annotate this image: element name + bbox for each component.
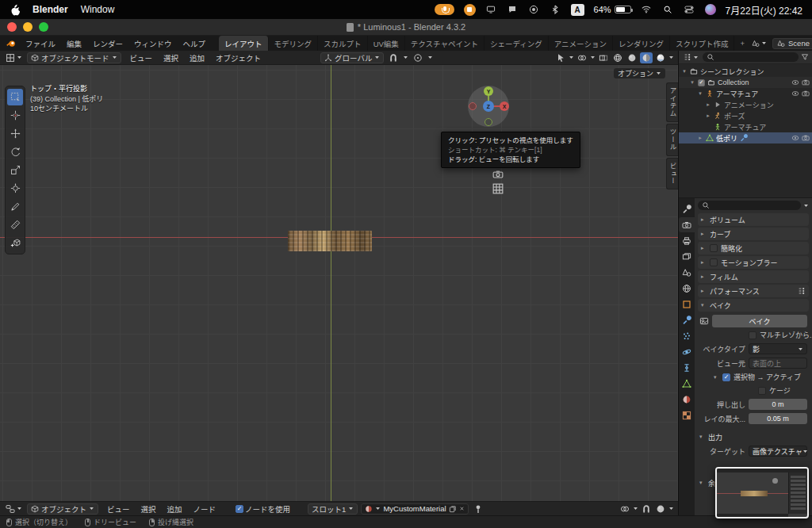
properties-tab-material[interactable] [679,392,695,407]
scene-browse-button[interactable] [750,39,768,48]
panel-header[interactable]: ▸フィルム [698,270,809,283]
workspace-tab[interactable]: モデリング [269,36,319,51]
topbar-menu-item[interactable]: レンダー [87,36,128,51]
add-workspace-button[interactable]: + [734,39,750,48]
3d-viewport[interactable]: トップ・平行投影 (39) Collection | 低ポリ 10センチメートル… [0,65,678,501]
expander-icon[interactable]: ▸ [705,113,711,119]
measure-tool-button[interactable] [7,216,23,233]
shader-menu-item[interactable]: ビュー [102,502,136,516]
gizmo-y-axis[interactable]: Y [484,86,493,96]
xray-toggle-button[interactable] [597,52,610,63]
editor-type-button[interactable] [4,52,24,63]
expander-icon[interactable]: ▾ [681,68,688,75]
workspace-tab[interactable]: スカルプト [318,36,368,51]
screen-mirroring-icon[interactable] [485,4,497,16]
pin-button[interactable] [472,503,485,515]
expander-icon[interactable]: ▸ [705,101,711,108]
window-minimize-button[interactable] [23,22,33,32]
shader-snap-button[interactable] [640,503,653,515]
outliner-search-input[interactable] [703,52,799,62]
shader-preview-button[interactable] [654,503,667,515]
search-icon[interactable] [662,4,674,16]
viewport-menu-item[interactable]: ビュー [124,51,159,65]
add-cube-tool-button[interactable] [7,235,23,251]
topbar-menu-item[interactable]: ヘルプ [178,36,212,51]
material-slot-dropdown[interactable]: スロット1 [308,503,358,515]
properties-tab-constraints[interactable] [679,360,695,375]
properties-tab-render[interactable] [679,217,695,232]
wifi-icon[interactable] [641,4,653,16]
sidebar-tab[interactable]: ツール [666,124,678,156]
workspace-tab[interactable]: テクスチャペイント [405,36,485,51]
outliner-row[interactable]: ▾アーマチュア [679,88,812,99]
shading-solid-button[interactable] [626,52,638,63]
window-close-button[interactable] [7,22,17,32]
panel-header[interactable]: ▸ボリューム [698,213,809,226]
microphone-indicator-icon[interactable] [435,4,454,15]
annotate-tool-button[interactable] [7,198,23,215]
filter-icon[interactable] [801,53,809,61]
proportional-edit-button[interactable] [412,52,424,63]
workspace-tab[interactable]: アニメーション [549,36,613,51]
workspace-tab[interactable]: スクリプト作成 [670,36,735,51]
properties-tab-particles[interactable] [679,328,695,343]
scene-object[interactable] [288,231,372,251]
extrusion-field[interactable]: 0 m [749,399,807,410]
rotate-tool-button[interactable] [7,143,23,160]
bake-type-dropdown[interactable]: 影 [749,343,807,354]
properties-tab-output[interactable] [679,233,695,248]
gizmo-neg-y-axis[interactable] [485,118,492,126]
chevron-down-icon[interactable] [803,203,809,209]
menubar-clock[interactable]: 7月22日(火) 22:42 [726,3,802,17]
expander-icon[interactable]: ▾ [689,79,695,86]
properties-search-input[interactable] [698,201,801,210]
editor-type-button[interactable] [682,52,700,62]
checkbox-unchecked-icon[interactable] [710,244,718,252]
blender-logo-icon[interactable] [6,39,16,48]
material-name-field[interactable]: MyCustomMaterial [361,503,468,515]
properties-tab-world[interactable] [679,281,695,296]
siri-icon[interactable] [705,4,716,15]
chevron-down-icon[interactable] [590,55,596,60]
topbar-menu-item[interactable]: ファイル [20,36,61,51]
chevron-down-icon[interactable] [668,506,674,511]
properties-tab-tool[interactable] [679,201,695,216]
outliner-row[interactable]: アーマチュア [679,121,812,132]
cage-checkbox[interactable]: ケージ [699,385,807,396]
output-subpanel-header[interactable]: ▾出力 [699,431,807,442]
workspace-tab[interactable]: レンダリング [613,36,670,51]
shader-type-dropdown[interactable]: オブジェクト [27,503,98,515]
use-nodes-checkbox[interactable]: ✓ノードを使用 [234,503,292,515]
properties-tab-object-data[interactable] [679,376,695,391]
expander-icon[interactable]: ▾ [697,90,703,97]
bluetooth-icon[interactable] [550,4,561,16]
show-overlays-button[interactable] [576,52,588,63]
input-source-switcher[interactable]: A [571,4,584,16]
shading-material-button[interactable] [640,52,653,63]
snap-toggle-button[interactable] [387,52,400,63]
record-icon[interactable] [528,4,540,16]
ortho-toggle-button[interactable] [492,182,504,195]
shader-menu-item[interactable]: 追加 [162,502,188,516]
target-dropdown[interactable]: 画像テクスチャ [749,446,807,457]
outliner-row[interactable]: ▸低ポリ [679,132,812,143]
camera-icon[interactable] [802,90,810,98]
chevron-down-icon[interactable] [668,55,674,60]
panel-header[interactable]: ▸モーションブラー [698,256,809,269]
shading-wireframe-button[interactable] [611,52,624,63]
sidebar-tab[interactable]: アイテム [666,82,678,122]
shader-menu-item[interactable]: ノード [188,502,222,516]
panel-header[interactable]: ▸カーブ [698,228,809,240]
viewport-options-dropdown[interactable]: オプション [614,68,665,78]
gizmo-x-axis[interactable]: X [500,101,509,111]
properties-tab-modifiers[interactable] [679,312,695,327]
viewport-menu-item[interactable]: 選択 [158,51,184,65]
eye-icon[interactable] [791,78,799,86]
collection-checkbox[interactable]: ✓ [698,79,705,86]
shader-overlay-button[interactable] [619,503,631,515]
mode-dropdown[interactable]: オブジェクトモード [27,52,121,63]
select-box-tool-button[interactable] [7,89,23,105]
chevron-down-icon[interactable] [427,55,433,60]
panel-header[interactable]: ▸パフォーマンス [698,285,809,297]
sidebar-tab[interactable]: ビュー [666,158,678,190]
